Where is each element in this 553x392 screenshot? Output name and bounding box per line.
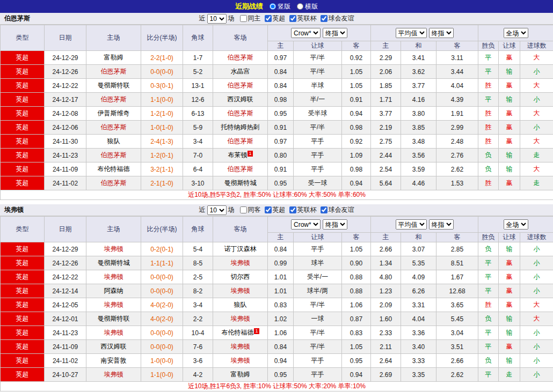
handicap-result-cell: 赢: [499, 79, 520, 93]
header-odds-select[interactable]: 平均值: [396, 28, 427, 38]
horizontal-radio-input[interactable]: [297, 3, 303, 10]
goals-result-cell: 小: [520, 65, 553, 79]
match-row: 英超24-11-02南安普敦1-0(0-0)3-6埃弗顿0.94平手0.952.…: [1, 354, 553, 368]
match-count-select[interactable]: 10: [207, 205, 227, 215]
header-odds-select[interactable]: 终指: [323, 28, 347, 38]
away-team-cell[interactable]: 布莱顿1: [213, 149, 268, 162]
away-team-cell[interactable]: 伯恩茅斯: [213, 51, 268, 65]
checkbox-input[interactable]: [289, 206, 296, 213]
home-team-cell[interactable]: 埃弗顿: [86, 270, 141, 284]
away-team-cell[interactable]: 富勒姆: [213, 368, 268, 382]
home-team-cell[interactable]: 阿森纳: [86, 284, 141, 298]
home-team-cell[interactable]: 埃弗顿: [86, 242, 141, 256]
away-team-cell[interactable]: 埃弗顿: [213, 354, 268, 368]
home-team-cell[interactable]: 富勒姆: [86, 51, 141, 65]
home-team-cell[interactable]: 伯恩茅斯: [86, 93, 141, 107]
checkbox-input[interactable]: [265, 15, 272, 22]
odds-home-cell: 0.94: [268, 354, 294, 368]
filter-checkbox-3[interactable]: 球会友谊: [321, 205, 354, 215]
home-team-cell[interactable]: 伯恩茅斯: [86, 121, 141, 135]
section-divider: [0, 200, 553, 204]
header-odds-select[interactable]: 平均值: [396, 219, 427, 230]
checkbox-input[interactable]: [289, 15, 296, 22]
layout-radio-vertical[interactable]: 竖版: [270, 2, 290, 11]
away-team-cell[interactable]: 水晶宫: [213, 65, 268, 79]
avg-away-cell: 1.91: [436, 107, 478, 121]
home-team-cell[interactable]: 布伦特福德: [86, 162, 141, 176]
match-count-select[interactable]: 10: [207, 14, 227, 24]
away-team-cell[interactable]: 曼彻斯特城: [213, 176, 268, 190]
avg-draw-cell: 4.09: [401, 270, 436, 284]
filter-checkbox-1[interactable]: 英超: [265, 205, 286, 215]
checkbox-input[interactable]: [321, 15, 328, 22]
away-team-cell[interactable]: 伯恩茅斯: [213, 162, 268, 176]
avg-draw-cell: 3.80: [401, 107, 436, 121]
score-cell: 1-0(0-0): [141, 354, 183, 368]
filter-checkbox-3[interactable]: 球会友谊: [321, 14, 354, 23]
handicap-cell: 半/一: [294, 93, 342, 107]
away-team-cell[interactable]: 伯恩茅斯: [213, 135, 268, 149]
away-team-cell[interactable]: 西汉姆联: [213, 93, 268, 107]
column-header: 类型: [1, 25, 45, 51]
header-odds-select[interactable]: 全场: [504, 28, 528, 38]
checkbox-input[interactable]: [321, 206, 328, 213]
avg-away-cell: 3.11: [436, 51, 478, 65]
home-team-cell[interactable]: 埃弗顿: [86, 298, 141, 312]
away-team-cell[interactable]: 埃弗顿: [213, 256, 268, 270]
home-team-cell[interactable]: 南安普敦: [86, 354, 141, 368]
filter-checkbox-2[interactable]: 英联杯: [289, 205, 317, 215]
filter-checkbox-0[interactable]: 同客: [240, 205, 261, 215]
away-team-cell[interactable]: 布伦特福德1: [213, 326, 268, 340]
handicap-result-cell: 输: [499, 93, 520, 107]
away-team-cell[interactable]: 托特纳姆热刺: [213, 121, 268, 135]
team-name-text: 南安普敦: [101, 357, 127, 364]
filter-checkbox-2[interactable]: 英联杯: [289, 14, 317, 23]
home-team-cell[interactable]: 伯恩茅斯: [86, 176, 141, 190]
odds-away-cell: 1.06: [342, 298, 371, 312]
home-team-cell[interactable]: 埃弗顿: [86, 368, 141, 382]
home-team-cell[interactable]: 曼彻斯特城: [86, 256, 141, 270]
result-cell: 胜: [478, 298, 499, 312]
odds-away-cell: 0.94: [342, 176, 371, 190]
handicap-result-cell: 赢: [499, 135, 520, 149]
checkbox-input[interactable]: [240, 15, 247, 22]
checkbox-input[interactable]: [240, 206, 247, 213]
filter-checkbox-0[interactable]: 同主: [240, 14, 261, 23]
avg-home-cell: 1.85: [371, 79, 401, 93]
away-team-cell[interactable]: 伯恩茅斯: [213, 107, 268, 121]
away-team-cell[interactable]: 伯恩茅斯: [213, 79, 268, 93]
header-odds-select[interactable]: 全场: [504, 219, 528, 230]
header-odds-select[interactable]: Crow*: [291, 28, 321, 38]
header-odds-select[interactable]: 终指: [323, 219, 347, 230]
away-team-cell[interactable]: 诺丁汉森林: [213, 242, 268, 256]
home-team-cell[interactable]: 狼队: [86, 135, 141, 149]
date-cell: 24-11-30: [45, 135, 86, 149]
avg-home-cell: 2.44: [371, 149, 401, 162]
home-team-cell[interactable]: 伯恩茅斯: [86, 149, 141, 162]
home-team-cell[interactable]: 西汉姆联: [86, 340, 141, 354]
header-odds-select[interactable]: 终指: [429, 219, 454, 230]
result-cell: 平: [478, 284, 499, 298]
home-team-cell[interactable]: 埃弗顿: [86, 326, 141, 340]
odds-away-cell: 0.90: [342, 256, 371, 270]
vertical-radio-input[interactable]: [270, 3, 276, 10]
checkbox-input[interactable]: [265, 206, 272, 213]
handicap-result-cell: 输: [499, 312, 520, 326]
away-team-cell[interactable]: 切尔西: [213, 270, 268, 284]
filter-checkbox-1[interactable]: 英超: [265, 14, 286, 23]
layout-radio-horizontal[interactable]: 横版: [297, 2, 318, 11]
header-odds-select[interactable]: 终指: [429, 28, 454, 38]
away-team-cell[interactable]: 埃弗顿: [213, 284, 268, 298]
league-cell: 英超: [1, 270, 45, 284]
date-cell: 24-12-22: [45, 79, 86, 93]
home-team-cell[interactable]: 曼彻斯特联: [86, 79, 141, 93]
avg-away-cell: 3.44: [436, 65, 478, 79]
away-team-cell[interactable]: 埃弗顿: [213, 312, 268, 326]
header-odds-select[interactable]: Crow*: [291, 219, 321, 230]
home-team-cell[interactable]: 曼彻斯特联: [86, 312, 141, 326]
away-team-cell[interactable]: 埃弗顿: [213, 340, 268, 354]
away-team-cell[interactable]: 狼队: [213, 298, 268, 312]
odds-home-cell: 1.01: [268, 270, 294, 284]
home-team-cell[interactable]: 伯恩茅斯: [86, 65, 141, 79]
home-team-cell[interactable]: 伊普斯维奇: [86, 107, 141, 121]
